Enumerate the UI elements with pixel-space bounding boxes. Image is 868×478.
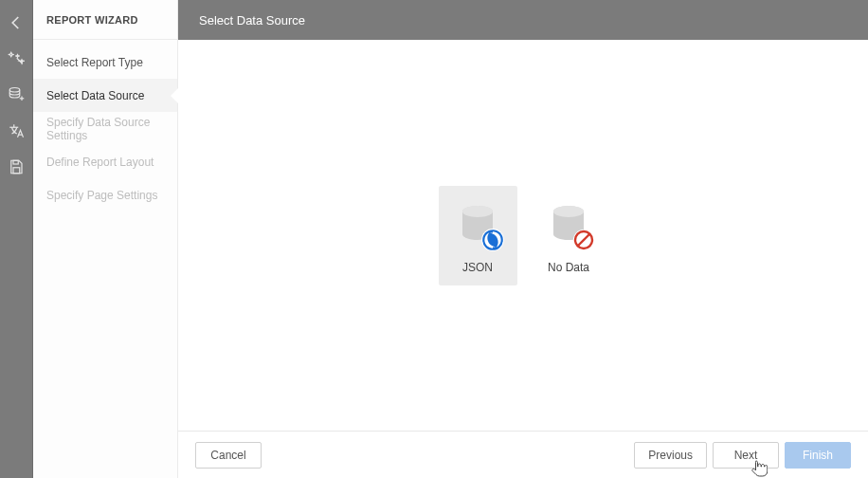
data-source-label: JSON <box>462 261 493 274</box>
wizard-step-specify-data-source-settings: Specify Data Source Settings <box>33 112 177 145</box>
finish-button[interactable]: Finish <box>785 442 851 469</box>
json-database-icon <box>455 202 500 248</box>
main-panel: Select Data Source JSON <box>178 0 868 478</box>
icon-rail <box>0 0 33 478</box>
wizard-footer: Cancel Previous Next Finish <box>178 431 868 478</box>
wizard-nav: REPORT WIZARD Select Report Type Select … <box>33 0 178 478</box>
svg-point-1 <box>9 88 20 93</box>
wizard-step-label: Select Report Type <box>46 56 143 69</box>
svg-point-14 <box>553 206 584 217</box>
wizard-step-label: Define Report Layout <box>46 156 154 169</box>
data-source-label: No Data <box>548 261 589 274</box>
cancel-button[interactable]: Cancel <box>195 442 262 469</box>
wizard-step-define-report-layout: Define Report Layout <box>33 145 177 178</box>
wizard-step-select-report-type[interactable]: Select Report Type <box>33 46 177 79</box>
previous-button[interactable]: Previous <box>634 442 707 469</box>
page-title: Select Data Source <box>199 13 305 28</box>
next-button[interactable]: Next <box>713 442 779 469</box>
svg-rect-8 <box>13 168 20 174</box>
svg-rect-7 <box>13 160 18 164</box>
localize-icon[interactable] <box>7 121 26 140</box>
database-icon[interactable] <box>7 85 26 104</box>
wizard-step-specify-page-settings: Specify Page Settings <box>33 178 177 211</box>
save-icon[interactable] <box>7 157 26 176</box>
page-title-bar: Select Data Source <box>178 0 868 40</box>
back-icon[interactable] <box>7 13 26 32</box>
wizard-step-label: Specify Page Settings <box>46 189 157 202</box>
data-source-option-json[interactable]: JSON <box>439 186 517 285</box>
wizard-step-select-data-source[interactable]: Select Data Source <box>33 79 177 112</box>
wizard-nav-title: REPORT WIZARD <box>33 0 177 40</box>
svg-point-10 <box>462 206 493 217</box>
nodata-database-icon <box>546 202 591 248</box>
data-source-options: JSON No Data <box>178 40 868 431</box>
wizard-step-label: Specify Data Source Settings <box>46 116 177 142</box>
data-source-option-nodata[interactable]: No Data <box>530 186 608 285</box>
wand-icon[interactable] <box>7 49 26 68</box>
wizard-step-label: Select Data Source <box>46 89 144 102</box>
